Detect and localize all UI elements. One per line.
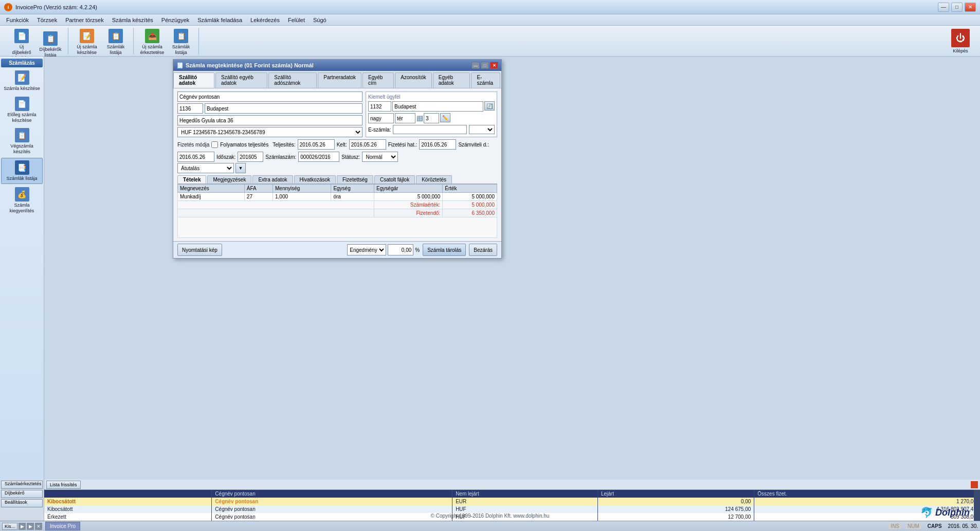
tab-szallito-egyeb[interactable]: Szállító egyéb adatok [215,72,267,88]
summary-row2: Fizetendő: 6 350,000 [178,209,497,217]
szamla-list-button[interactable]: 📋 Számláklistája [102,28,129,57]
items-section: Tételek Megjegyzések Extra adatok Hivatk… [177,175,497,238]
tab-azonositok[interactable]: Azonosítók [395,72,431,88]
dolphin-icon: 🐬 [920,506,933,519]
titlebar-controls: — □ ✕ [938,3,976,12]
tab-szallito-adoszamok[interactable]: Szállító adószámok [268,72,317,88]
menu-funkciok[interactable]: Funkciók [2,16,33,24]
partner-zip-input[interactable] [368,101,391,112]
issued-date[interactable] [349,139,386,150]
partner-city-input[interactable] [392,101,483,112]
menu-sugo[interactable]: Súgó [309,16,331,24]
kilepés-button[interactable]: ⏻ Kilépés [945,28,976,55]
szamlaerkeztetes-btn[interactable]: Számlaérkeztetés [1,481,43,489]
col-afa: ÁFA [244,185,273,193]
close-button[interactable]: ✕ [965,3,976,12]
sidebar-item-kiegyenlites[interactable]: 💰 Számla kiegyenlítés [1,185,43,216]
items-tab-hivatkozasok[interactable]: Hivatkozások [294,175,336,184]
due-date[interactable] [419,139,456,150]
bottom-scrollbar[interactable] [974,490,980,521]
modal-maximize[interactable]: □ [481,62,489,69]
modal-minimize[interactable]: — [471,62,480,69]
menu-penzugyek[interactable]: Pénzügyek [157,16,193,24]
sidebar-item-eloleg[interactable]: 📄 Előleg számla készítése [1,95,43,125]
supplier-taxid-select[interactable]: HUF 12345678-12345678-23456789 [177,127,362,137]
items-tab-csatolt[interactable]: Csatolt fájlok [374,175,415,184]
partner-refresh-button[interactable]: 🔄 [484,101,495,111]
tab-eszamla[interactable]: E-számla [471,72,500,88]
payment-method-select[interactable]: Átutalás [177,163,234,173]
dolphin-name: Dolphin [935,507,970,518]
sidebar-item-vegszamla[interactable]: 📋 Végszámla készítés [1,126,43,157]
menu-feladasa[interactable]: Számlák feladása [193,16,246,24]
sidebar-section-szamlazas[interactable]: Számlázás [1,59,43,67]
partner-label: Kiemelt ügyfél [368,94,495,100]
bezaras-button[interactable]: Bezárás [469,244,497,256]
erkez-list-button[interactable]: 📋 Számláklistája [168,28,194,57]
menu-partner[interactable]: Partner törzsek [61,16,108,24]
items-tab-fizetettseg[interactable]: Fizetettség [337,175,373,184]
save-button[interactable]: Számla tárolás [423,244,466,256]
statusbar-btn-1[interactable]: Kis... [2,523,17,530]
szamla-keszitese-icon: 📝 [15,70,29,85]
toolbar-group-dijbekero: 📄 Új díjbekérőkészítése 📋 Díjbekérőklist… [4,28,68,54]
statusbar-icon-2[interactable]: ▶ [27,523,34,530]
items-tab-extra[interactable]: Extra adatok [252,175,293,184]
items-tab-megjegyzes[interactable]: Megjegyzések [207,175,251,184]
maximize-button[interactable]: □ [951,3,963,12]
discount-value-input[interactable] [388,244,413,255]
tab-egyeb-cim[interactable]: Egyéb cím [362,72,394,88]
tab-partneradatok[interactable]: Partneradatok [318,72,361,88]
tab-egyeb-adatok[interactable]: Egyéb adatok [433,72,470,88]
fulfillment-date[interactable] [298,139,335,150]
supplier-address-input[interactable] [177,115,362,125]
supplier-name-input[interactable] [177,91,362,102]
fizetendo-value: 6 350,000 [443,209,497,217]
statusbar-icon-3[interactable]: ✕ [35,523,42,530]
eszamla-input[interactable] [393,125,467,134]
status-select[interactable]: Normál [362,152,398,162]
partner-street-input[interactable] [368,113,394,123]
cell-partner-2: Cégnév pontosan [212,505,452,513]
summary-row1: Számlaérték: 5 000,000 [178,201,497,209]
menu-torzsek[interactable]: Törzsek [33,16,61,24]
taskbar-invoicepro[interactable]: Invoice Pro [45,522,80,530]
minimize-button[interactable]: — [938,3,949,12]
menu-lekerdez[interactable]: Lekérdezés [246,16,284,24]
invoice-num-input[interactable] [298,152,339,162]
sidebar-item-szamlak-listaja[interactable]: 📑 Számlák listája [1,158,43,184]
col-nem-lejart: Nem lejárt [452,490,598,498]
eszamla-select[interactable] [469,125,495,134]
partner-number-input[interactable] [424,113,439,123]
sidebar-item-szamla-keszitese[interactable]: 📝 Számla készítése [1,68,43,94]
new-erkez-button[interactable]: 📥 Új számlaérkeztetése [139,28,166,57]
dijbekero-list-button[interactable]: 📋 Díjbekérőklistája [37,30,64,59]
partner-streettype-input[interactable] [395,113,415,123]
lista-frissites-btn[interactable]: Lista frissítés [46,481,81,489]
supplier-city-input[interactable] [205,103,362,114]
items-tab-tetelek[interactable]: Tételek [177,175,206,184]
modal-close[interactable]: ✕ [490,62,498,69]
continuous-checkbox[interactable] [211,141,218,148]
partner-edit-button[interactable]: ✏️ [440,113,450,122]
menu-szamla[interactable]: Számla készítés [108,16,157,24]
accounting-date[interactable] [177,152,214,162]
menu-felulet[interactable]: Felület [284,16,309,24]
payment-method-button[interactable]: ▼ [235,163,246,173]
new-szamla-button[interactable]: 📝 Új számlakészítése [74,28,100,57]
items-tab-korozetes[interactable]: Köröztetés [416,175,452,184]
empty-cell [178,201,374,209]
supplier-taxid-row: HUF 12345678-12345678-23456789 [177,127,362,137]
tab-szallito-adatok[interactable]: Szállító adatok [173,72,214,88]
close-bottom-btn[interactable] [971,481,978,488]
num-indicator: NUM [905,523,921,529]
discount-type-select[interactable]: Engedmény [347,244,386,255]
print-button[interactable]: Nyomtatási kép [177,244,222,256]
supplier-zip-input[interactable] [177,103,203,114]
col-egyseg: Egység [331,185,374,193]
period-input[interactable] [238,152,263,162]
new-szamla-icon: 📝 [80,29,94,43]
statusbar-icon-1[interactable]: ▶ [19,523,26,530]
beallitasok-btn[interactable]: Beállítások [1,499,43,507]
dijbekero-btn[interactable]: Díjbekérő [1,490,43,498]
